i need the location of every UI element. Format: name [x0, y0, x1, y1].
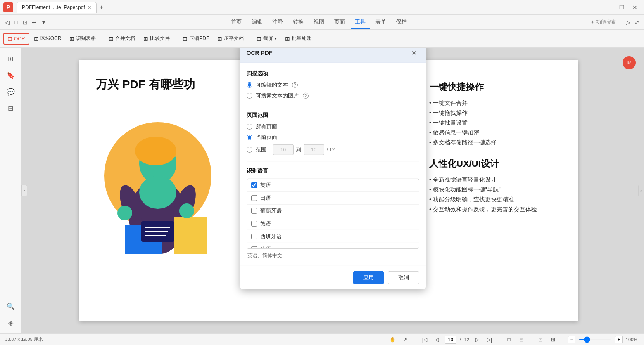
sidebar-search[interactable]: 🔍 [3, 299, 18, 314]
screenshot-button[interactable]: ⊡ 截屏 ▾ [253, 33, 280, 44]
range-to-input[interactable] [304, 144, 324, 155]
range-total: / 12 [327, 147, 335, 153]
range-all-pages[interactable]: 所有页面 [247, 123, 419, 130]
back-icon[interactable]: ◁ [3, 19, 11, 26]
fit-page-button[interactable]: ⊡ [536, 335, 545, 344]
sidebar-layers[interactable]: ⊟ [3, 101, 18, 116]
expand-icon[interactable]: ⤢ [633, 19, 641, 26]
merge-label: 合并文档 [115, 35, 135, 42]
merge-files-button[interactable]: ⊟ 合并文档 [105, 33, 139, 44]
dialog-close-button[interactable]: ✕ [409, 48, 419, 58]
searchable-image-info-icon[interactable]: ? [303, 93, 309, 99]
option-searchable-image[interactable]: 可搜索文本的图片 ? [247, 92, 419, 99]
lang-item-4[interactable]: 西班牙语 [247, 230, 419, 243]
hand-tool-button[interactable]: ✋ [388, 335, 397, 344]
lang-checkbox-1[interactable] [251, 195, 257, 201]
lang-item-2[interactable]: 葡萄牙语 [247, 205, 419, 217]
range-from-input[interactable] [273, 144, 294, 155]
lang-checkbox-3[interactable] [251, 221, 257, 227]
flatten-doc-button[interactable]: ⊡ 压平文档 [214, 33, 247, 44]
ocr-button[interactable]: ⊡ OCR [3, 33, 29, 45]
option-editable-text[interactable]: 可编辑的文本 ? [247, 81, 419, 89]
selection-tool-button[interactable]: ↗ [401, 335, 410, 344]
option-editable-text-radio[interactable] [247, 82, 252, 88]
range-current-page[interactable]: 当前页面 [247, 134, 419, 141]
last-page-button[interactable]: ▷| [485, 335, 494, 344]
tab-bar: PDFElement_...te_Paper.pdf ✕ + [17, 2, 603, 13]
lang-checkbox-2[interactable] [251, 208, 257, 214]
dialog-overlay: OCR PDF ✕ 扫描选项 可编辑的文本 ? [21, 48, 644, 333]
batch-process-button[interactable]: ⊞ 批量处理 [281, 33, 315, 44]
zoom-out-button[interactable]: − [568, 336, 575, 343]
save-icon[interactable]: □ [12, 19, 20, 26]
prev-page-button[interactable]: ◁ [433, 335, 442, 344]
dropdown-icon[interactable]: ▾ [40, 19, 47, 26]
sidebar-comment[interactable]: 💬 [3, 84, 18, 99]
two-page-button[interactable]: ⊟ [517, 335, 526, 344]
sidebar-panel-toggle[interactable]: ⊞ [3, 51, 18, 66]
menu-view[interactable]: 视图 [309, 16, 328, 29]
range-custom-radio[interactable] [247, 147, 252, 153]
ocr-icon: ⊡ [7, 35, 12, 42]
menu-page[interactable]: 页面 [330, 16, 349, 29]
fit-width-button[interactable]: ⊞ [549, 335, 558, 344]
region-ocr-button[interactable]: ⊡ 区域OCR [30, 33, 65, 44]
language-list[interactable]: 英语日语葡萄牙语德语西班牙语法语意大利语繁体中文 [247, 179, 419, 249]
separator-3 [250, 33, 250, 45]
forward-icon[interactable]: ▷ [624, 19, 632, 26]
recognize-table-button[interactable]: ⊞ 识别表格 [66, 33, 100, 44]
lang-label-4: 西班牙语 [260, 233, 282, 240]
menubar: ◁ □ ⊡ ↩ ▾ 首页 编辑 注释 转换 视图 页面 工具 表单 保护 ✦ 功… [0, 15, 644, 30]
editable-text-info-icon[interactable]: ? [292, 82, 298, 88]
separator-1 [102, 33, 102, 45]
menu-home[interactable]: 首页 [227, 16, 246, 29]
page-view-button[interactable]: □ [504, 335, 513, 344]
menu-edit[interactable]: 编辑 [247, 16, 266, 29]
dialog-body: 扫描选项 可编辑的文本 ? 可搜索文本的图片 ? [240, 63, 426, 266]
zoom-in-button[interactable]: + [615, 336, 623, 343]
minimize-button[interactable]: — [603, 3, 614, 12]
menu-convert[interactable]: 转换 [289, 16, 308, 29]
lang-label-0: 英语 [260, 182, 271, 189]
apply-button[interactable]: 应用 [353, 271, 384, 284]
active-tab[interactable]: PDFElement_...te_Paper.pdf ✕ [17, 2, 97, 13]
new-tab-button[interactable]: + [97, 2, 107, 12]
cancel-button[interactable]: 取消 [388, 271, 419, 284]
lang-item-1[interactable]: 日语 [247, 192, 419, 205]
compress-icon: ⊡ [183, 35, 188, 42]
tab-close-icon[interactable]: ✕ [88, 5, 91, 10]
table-icon: ⊞ [69, 35, 74, 42]
lang-item-0[interactable]: 英语 [247, 179, 419, 192]
menu-annotate[interactable]: 注释 [268, 16, 287, 29]
lang-item-3[interactable]: 德语 [247, 217, 419, 230]
range-all-pages-label: 所有页面 [256, 123, 277, 130]
first-page-button[interactable]: |◁ [420, 335, 429, 344]
menu-forms[interactable]: 表单 [371, 16, 390, 29]
range-current-page-radio[interactable] [247, 135, 252, 140]
compare-files-button[interactable]: ⊞ 比较文件 [140, 33, 173, 44]
range-custom[interactable]: 范围 到 / 12 [247, 144, 419, 155]
maximize-button[interactable]: ❐ [616, 3, 627, 12]
titlebar: P PDFElement_...te_Paper.pdf ✕ + — ❐ ✕ [0, 0, 644, 15]
toolbar: ⊡ OCR ⊡ 区域OCR ⊞ 识别表格 ⊟ 合并文档 ⊞ 比较文件 ⊡ 压缩P… [0, 30, 644, 48]
lang-checkbox-5[interactable] [251, 246, 257, 249]
menu-protect[interactable]: 保护 [392, 16, 411, 29]
lang-checkbox-0[interactable] [251, 182, 257, 188]
range-all-pages-radio[interactable] [247, 124, 252, 130]
current-page-input[interactable] [445, 336, 456, 344]
lang-checkbox-4[interactable] [251, 234, 257, 239]
option-searchable-image-radio[interactable] [247, 93, 252, 99]
sidebar-bookmark[interactable]: 🔖 [3, 68, 18, 83]
zoom-slider[interactable] [579, 339, 612, 340]
undo-icon[interactable]: ↩ [31, 19, 38, 26]
menu-tools[interactable]: 工具 [351, 16, 370, 29]
next-page-button[interactable]: ▷ [473, 335, 482, 344]
compress-pdf-button[interactable]: ⊡ 压缩PDF [179, 33, 213, 44]
lang-item-5[interactable]: 法语 [247, 243, 419, 249]
region-ocr-label: 区域OCR [40, 35, 62, 42]
page-separator: / [460, 337, 461, 342]
print-icon[interactable]: ⊡ [21, 19, 29, 26]
sidebar-stamps[interactable]: ◈ [3, 315, 18, 330]
close-button[interactable]: ✕ [629, 3, 641, 12]
scan-options-label: 扫描选项 [247, 70, 419, 77]
